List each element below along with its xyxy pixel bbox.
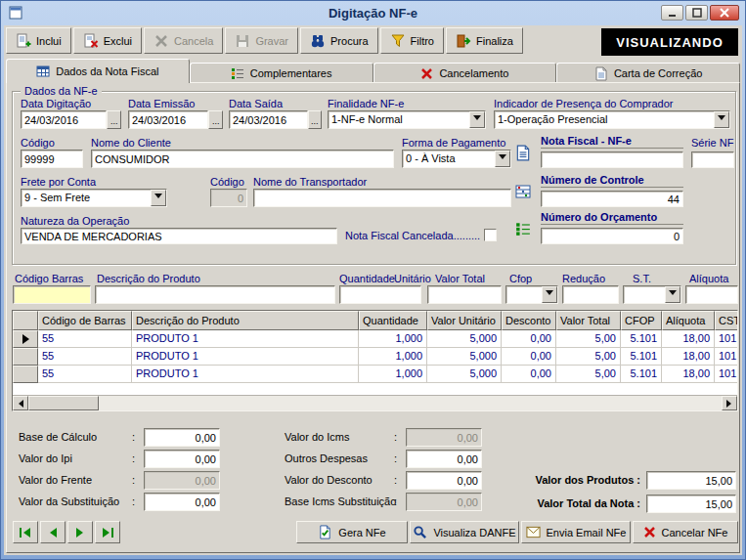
cancela-icon: [154, 33, 169, 49]
data-saida-label: Data Saída: [229, 98, 283, 109]
grid-header-valor-unitario[interactable]: Valor Unitário: [427, 311, 502, 330]
tab-dados-da-nota-fiscal[interactable]: Dados da Nota Fiscal: [6, 59, 190, 83]
colon: :: [132, 474, 135, 486]
quantidade-label: Quantidade: [339, 273, 395, 284]
data-digitacao-picker-button[interactable]: ...: [107, 110, 121, 129]
aliquota-input[interactable]: [685, 285, 738, 304]
valor-total-nota-input[interactable]: [646, 495, 736, 513]
cfop-label: Cfop: [509, 273, 532, 284]
chevron-down-icon[interactable]: [542, 286, 557, 303]
data-saida-input[interactable]: [229, 110, 308, 129]
grid-header-cfop[interactable]: CFOP: [621, 311, 662, 330]
maximize-button[interactable]: [685, 5, 708, 21]
reducao-input[interactable]: [562, 285, 619, 304]
chevron-down-icon[interactable]: [714, 111, 729, 128]
frete-combobox[interactable]: 9 - Sem Frete: [21, 189, 167, 207]
gravar-label: Gravar: [255, 35, 288, 47]
chevron-down-icon[interactable]: [495, 151, 510, 167]
procura-button[interactable]: Procura: [300, 27, 378, 54]
tab-bar: Dados da Nota Fiscal Complementares Canc…: [6, 59, 740, 83]
cancelar-nfe-button[interactable]: Cancelar NFe: [633, 521, 738, 543]
nav-next-button[interactable]: [67, 521, 93, 543]
nota-cancelada-checkbox[interactable]: [484, 229, 497, 241]
finaliza-button[interactable]: Finaliza: [446, 27, 523, 54]
valor-frente-input[interactable]: [144, 471, 220, 490]
colon: :: [394, 474, 397, 486]
tab-cancelamento[interactable]: Cancelamento: [373, 63, 557, 83]
forma-pagamento-combobox[interactable]: 0 - À Vista: [402, 150, 511, 168]
base-icms-substituicao-input[interactable]: [406, 493, 482, 511]
cfop-combobox[interactable]: [505, 285, 558, 304]
numero-controle-input[interactable]: [541, 191, 683, 207]
data-digitacao-label: Data Digitação: [21, 98, 91, 109]
visualiza-danfe-button[interactable]: Visualiza DANFE: [410, 521, 519, 543]
data-digitacao-input[interactable]: [21, 110, 107, 129]
envelope-icon: [526, 526, 541, 538]
nota-fiscal-input[interactable]: [541, 151, 683, 168]
nav-prev-button[interactable]: [40, 521, 66, 543]
grid-header-cst[interactable]: CST: [715, 311, 738, 330]
valor-desconto-input[interactable]: [406, 471, 482, 490]
descricao-produto-input[interactable]: [95, 285, 335, 304]
table-row[interactable]: 55 PRODUTO 1 1,000 5,000 0,00 5,00 5.101…: [13, 330, 737, 348]
grid-horizontal-scrollbar[interactable]: [13, 395, 737, 410]
quantidade-unitario-input[interactable]: [339, 285, 421, 304]
indicador-combobox[interactable]: 1-Operação Presencial: [494, 110, 730, 129]
codigo-barras-input[interactable]: [13, 285, 91, 304]
scrollbar-track[interactable]: [99, 396, 722, 410]
natureza-input[interactable]: [21, 228, 337, 244]
data-emissao-input[interactable]: [128, 110, 208, 129]
gravar-icon: [235, 33, 250, 49]
inclui-button[interactable]: Inclui: [6, 27, 71, 54]
grid-header-quantidade[interactable]: Quantidade: [359, 311, 427, 330]
nav-last-button[interactable]: [95, 521, 120, 543]
finalidade-combobox[interactable]: 1-NF-e Normal: [328, 110, 486, 129]
scrollbar-thumb[interactable]: [28, 396, 99, 410]
title-bar[interactable]: Digitação NF-e: [1, 1, 745, 25]
outros-despesas-input[interactable]: [406, 450, 482, 468]
data-emissao-picker-button[interactable]: ...: [208, 110, 223, 129]
colon: :: [132, 431, 135, 443]
data-saida-picker-button[interactable]: ...: [308, 110, 323, 129]
valor-ipi-input[interactable]: [144, 450, 220, 468]
nome-cliente-input[interactable]: [91, 150, 394, 168]
grid-header-desconto[interactable]: Desconto: [502, 311, 556, 330]
scroll-right-button[interactable]: [722, 396, 737, 410]
gravar-button[interactable]: Gravar: [225, 27, 298, 54]
cancela-button[interactable]: Cancela: [144, 27, 223, 54]
close-button[interactable]: [710, 5, 739, 21]
grid-header-valor-total[interactable]: Valor Total: [556, 311, 621, 330]
filtro-button[interactable]: Filtro: [380, 27, 444, 54]
serie-nf-input[interactable]: [691, 151, 734, 168]
numero-orcamento-input[interactable]: [541, 228, 683, 244]
chevron-down-icon[interactable]: [469, 111, 485, 128]
exclui-button[interactable]: Exclui: [73, 27, 142, 54]
table-row[interactable]: 55 PRODUTO 1 1,000 5,000 0,00 5,00 5.101…: [13, 348, 737, 366]
row-selector: [13, 348, 38, 366]
valor-total-input[interactable]: [427, 285, 502, 304]
scroll-left-button[interactable]: [13, 396, 28, 410]
gera-nfe-button[interactable]: Gera NFe: [296, 521, 408, 543]
chevron-down-icon[interactable]: [151, 190, 166, 206]
st-combobox[interactable]: [623, 285, 681, 304]
minimize-button[interactable]: [661, 5, 683, 21]
valor-produtos-input[interactable]: [646, 471, 736, 490]
tab-carta-de-correcao[interactable]: Carta de Correção: [556, 63, 740, 83]
grid-header-aliquota[interactable]: Alíquota: [662, 311, 715, 330]
valor-icms-input[interactable]: [406, 428, 482, 447]
nome-transportador-input[interactable]: [253, 189, 511, 207]
visualiza-danfe-label: Visualiza DANFE: [433, 527, 515, 538]
envia-email-nfe-button[interactable]: Envia Email NFe: [521, 521, 631, 543]
chevron-down-icon[interactable]: [665, 286, 680, 303]
grid-header-codigo[interactable]: Código de Barras: [38, 311, 132, 330]
close-icon: [719, 7, 730, 19]
table-row[interactable]: 55 PRODUTO 1 1,000 5,000 0,00 5,00 5.101…: [13, 366, 737, 383]
base-calculo-input[interactable]: [144, 428, 220, 447]
aliquota-label: Alíquota: [689, 273, 728, 284]
codigo-transportador-input[interactable]: [210, 189, 247, 207]
grid-header-descricao[interactable]: Descrição do Produto: [132, 311, 359, 330]
nav-first-button[interactable]: [13, 521, 38, 543]
valor-substituicao-input[interactable]: [144, 493, 220, 511]
codigo-cliente-input[interactable]: [21, 150, 83, 168]
tab-complementares[interactable]: Complementares: [190, 63, 373, 83]
